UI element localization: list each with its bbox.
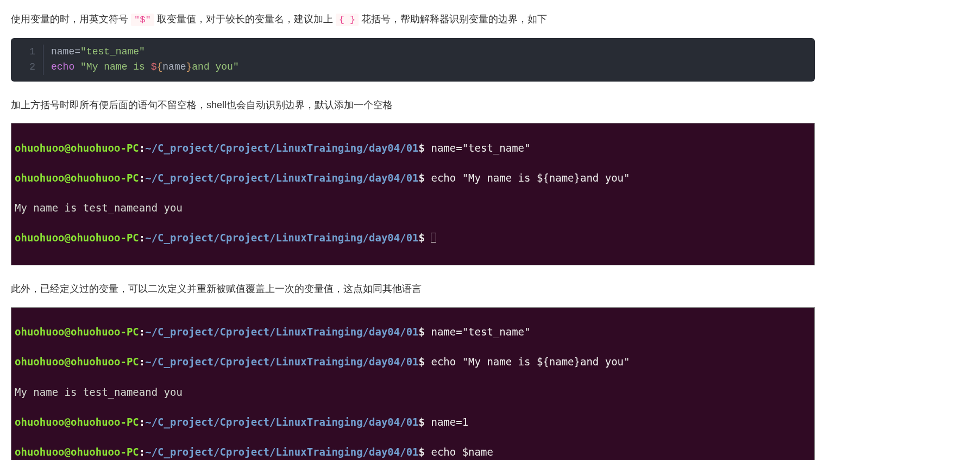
- term2-line2: ohuohuoo@ohuohuoo-PC:~/C_project/Cprojec…: [15, 355, 811, 370]
- paragraph-2: 加上方括号时即所有便后面的语句不留空格，shell也会自动识别边界，默认添加一个…: [11, 97, 815, 114]
- term1-line1: ohuohuoo@ohuohuoo-PC:~/C_project/Cprojec…: [15, 141, 811, 156]
- code-line-2: 2 echo "My name is ${name}and you": [11, 60, 815, 75]
- term1-line2: ohuohuoo@ohuohuoo-PC:~/C_project/Cprojec…: [15, 171, 811, 186]
- cursor-icon: [431, 233, 436, 243]
- term2-line1: ohuohuoo@ohuohuoo-PC:~/C_project/Cprojec…: [15, 325, 811, 340]
- gutter-2: 2: [11, 60, 43, 75]
- p1-seg3: 花括号，帮助解释器识别变量的边界，如下: [361, 14, 547, 24]
- term2-line4: ohuohuoo@ohuohuoo-PC:~/C_project/Cprojec…: [15, 415, 811, 430]
- p1-seg2: 取变量值，对于较长的变量名，建议加上: [157, 14, 336, 24]
- gutter-1: 1: [11, 45, 43, 60]
- inline-code-dollar: "$": [131, 14, 154, 26]
- terminal-1: ohuohuoo@ohuohuoo-PC:~/C_project/Cprojec…: [11, 123, 815, 265]
- term2-line5: ohuohuoo@ohuohuoo-PC:~/C_project/Cprojec…: [15, 445, 811, 460]
- term2-output1: My name is test_nameand you: [15, 385, 811, 400]
- code-line-1: 1 name="test_name": [11, 45, 815, 60]
- term1-output: My name is test_nameand you: [15, 201, 811, 216]
- paragraph-3: 此外，已经定义过的变量，可以二次定义并重新被赋值覆盖上一次的变量值，这点如同其他…: [11, 281, 815, 297]
- terminal-2: ohuohuoo@ohuohuoo-PC:~/C_project/Cprojec…: [11, 307, 815, 460]
- code-content-1: name="test_name": [43, 45, 145, 60]
- code-block: 1 name="test_name" 2 echo "My name is ${…: [11, 38, 815, 82]
- paragraph-1: 使用变量的时，用英文符号 "$" 取变量值，对于较长的变量名，建议加上 { } …: [11, 11, 815, 28]
- code-content-2: echo "My name is ${name}and you": [43, 60, 239, 75]
- term1-line4: ohuohuoo@ohuohuoo-PC:~/C_project/Cprojec…: [15, 231, 811, 246]
- p1-seg1: 使用变量的时，用英文符号: [11, 14, 131, 24]
- inline-code-braces: { }: [336, 14, 359, 26]
